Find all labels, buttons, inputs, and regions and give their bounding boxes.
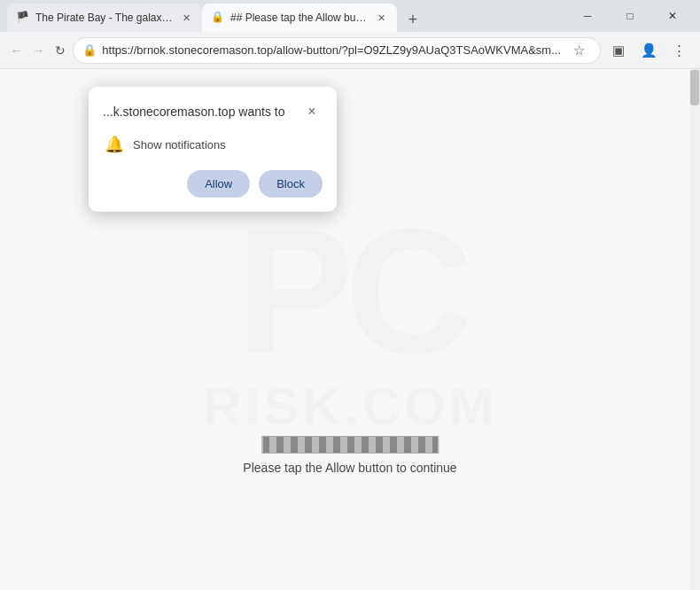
scrollbar[interactable] bbox=[689, 69, 700, 590]
forward-button[interactable]: → bbox=[29, 36, 48, 65]
address-bar: ← → ↻ 🔒 https://brnok.stonecoremason.top… bbox=[0, 32, 700, 69]
popup-title: ...k.stonecoremason.top wants to bbox=[103, 105, 284, 119]
progress-label: Please tap the Allow button to continue bbox=[243, 461, 456, 475]
permission-text: Show notifications bbox=[133, 138, 226, 151]
popup-header: ...k.stonecoremason.top wants to × bbox=[103, 101, 323, 122]
maximize-button[interactable]: □ bbox=[610, 0, 650, 32]
address-input-wrap[interactable]: 🔒 https://brnok.stonecoremason.top/allow… bbox=[73, 37, 601, 64]
page-content: PC RISK.COM Please tap the Allow button … bbox=[0, 69, 700, 590]
reload-button[interactable]: ↻ bbox=[51, 36, 70, 65]
window-controls: ─ □ ✕ bbox=[567, 0, 693, 32]
tab-allow[interactable]: 🔒 ## Please tap the Allow button... ✕ bbox=[202, 4, 397, 32]
sidebar-button[interactable]: ▣ bbox=[604, 36, 633, 65]
watermark-pc: PC bbox=[236, 203, 464, 380]
tab-piratebay-title: The Pirate Bay - The galaxy's m... bbox=[35, 12, 174, 24]
progress-bar bbox=[261, 436, 439, 454]
close-window-button[interactable]: ✕ bbox=[652, 0, 693, 32]
minimize-button[interactable]: ─ bbox=[567, 0, 608, 32]
block-button[interactable]: Block bbox=[259, 170, 323, 198]
allow-button[interactable]: Allow bbox=[187, 170, 250, 198]
popup-close-button[interactable]: × bbox=[301, 101, 323, 122]
lock-icon: 🔒 bbox=[82, 43, 97, 57]
profile-button[interactable]: 👤 bbox=[634, 36, 663, 65]
popup-actions: Allow Block bbox=[103, 170, 323, 198]
progress-bar-stripes bbox=[262, 437, 438, 453]
notification-popup: ...k.stonecoremason.top wants to × 🔔 Sho… bbox=[89, 87, 337, 212]
toolbar-right: ▣ 👤 ⋮ bbox=[604, 36, 693, 65]
watermark: PC RISK.COM bbox=[203, 203, 497, 433]
scrollbar-thumb[interactable] bbox=[690, 70, 699, 105]
back-button[interactable]: ← bbox=[7, 36, 26, 65]
bookmark-button[interactable]: ☆ bbox=[566, 38, 591, 63]
new-tab-button[interactable]: + bbox=[401, 7, 425, 32]
tab-allow-favicon: 🔒 bbox=[211, 11, 225, 25]
tab-piratebay[interactable]: 🏴 The Pirate Bay - The galaxy's m... ✕ bbox=[7, 4, 202, 32]
menu-button[interactable]: ⋮ bbox=[665, 36, 693, 65]
tabs-row: 🏴 The Pirate Bay - The galaxy's m... ✕ 🔒… bbox=[7, 0, 567, 32]
tab-allow-close[interactable]: ✕ bbox=[374, 11, 388, 25]
tab-piratebay-close[interactable]: ✕ bbox=[179, 11, 193, 25]
progress-section: Please tap the Allow button to continue bbox=[243, 436, 456, 475]
watermark-risk: RISK.COM bbox=[203, 380, 497, 433]
tab-piratebay-favicon: 🏴 bbox=[16, 11, 30, 25]
address-text: https://brnok.stonecoremason.top/allow-b… bbox=[102, 43, 561, 57]
bell-icon: 🔔 bbox=[105, 135, 124, 154]
tab-allow-title: ## Please tap the Allow button... bbox=[230, 12, 369, 24]
title-bar: 🏴 The Pirate Bay - The galaxy's m... ✕ 🔒… bbox=[0, 0, 700, 32]
popup-permission-row: 🔔 Show notifications bbox=[103, 135, 323, 154]
